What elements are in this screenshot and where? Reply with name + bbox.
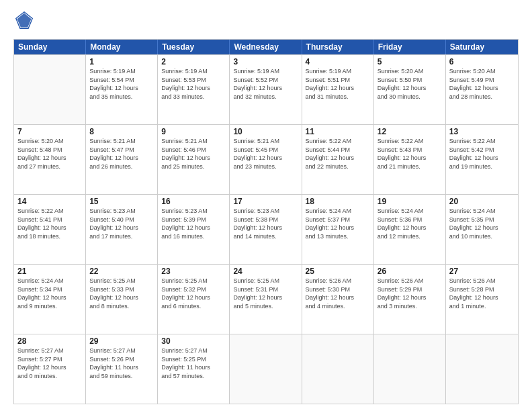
calendar-body: 1Sunrise: 5:19 AMSunset: 5:54 PMDaylight… — [14, 54, 518, 404]
svg-marker-0 — [17, 13, 32, 28]
calendar-cell-3-4: 25Sunrise: 5:26 AMSunset: 5:30 PMDayligh… — [302, 265, 374, 334]
calendar-header: SundayMondayTuesdayWednesdayThursdayFrid… — [14, 40, 518, 54]
calendar-cell-2-5: 19Sunrise: 5:24 AMSunset: 5:36 PMDayligh… — [374, 195, 446, 264]
day-number: 7 — [17, 127, 82, 136]
day-info: Sunrise: 5:27 AMSunset: 5:27 PMDaylight:… — [17, 347, 82, 380]
calendar-cell-0-0 — [14, 55, 86, 124]
calendar-cell-0-5: 5Sunrise: 5:20 AMSunset: 5:50 PMDaylight… — [374, 55, 446, 124]
calendar-cell-3-5: 26Sunrise: 5:26 AMSunset: 5:29 PMDayligh… — [374, 265, 446, 334]
logo — [13, 11, 36, 32]
calendar-cell-4-4 — [302, 334, 374, 404]
weekday-header-tuesday: Tuesday — [158, 40, 230, 54]
calendar-cell-2-3: 17Sunrise: 5:23 AMSunset: 5:38 PMDayligh… — [230, 195, 302, 264]
day-info: Sunrise: 5:24 AMSunset: 5:37 PMDaylight:… — [306, 207, 370, 240]
day-info: Sunrise: 5:26 AMSunset: 5:29 PMDaylight:… — [378, 277, 442, 310]
day-info: Sunrise: 5:24 AMSunset: 5:34 PMDaylight:… — [17, 277, 82, 310]
calendar-cell-1-2: 9Sunrise: 5:21 AMSunset: 5:46 PMDaylight… — [158, 125, 230, 194]
day-info: Sunrise: 5:23 AMSunset: 5:39 PMDaylight:… — [161, 207, 226, 240]
day-number: 15 — [89, 197, 154, 206]
calendar-cell-3-3: 24Sunrise: 5:25 AMSunset: 5:31 PMDayligh… — [230, 265, 302, 334]
day-number: 21 — [17, 267, 82, 276]
calendar-row-0: 1Sunrise: 5:19 AMSunset: 5:54 PMDaylight… — [14, 54, 518, 124]
day-number: 14 — [17, 197, 82, 206]
day-info: Sunrise: 5:20 AMSunset: 5:49 PMDaylight:… — [449, 67, 515, 101]
calendar-row-2: 14Sunrise: 5:22 AMSunset: 5:41 PMDayligh… — [14, 194, 518, 264]
day-number: 5 — [378, 57, 442, 66]
day-number: 26 — [378, 267, 442, 276]
day-number: 29 — [89, 336, 154, 346]
day-number: 9 — [161, 127, 226, 136]
calendar-cell-2-0: 14Sunrise: 5:22 AMSunset: 5:41 PMDayligh… — [14, 195, 86, 264]
header — [13, 11, 519, 32]
weekday-header-monday: Monday — [86, 40, 158, 54]
day-info: Sunrise: 5:24 AMSunset: 5:35 PMDaylight:… — [449, 207, 515, 240]
day-info: Sunrise: 5:21 AMSunset: 5:45 PMDaylight:… — [233, 137, 298, 171]
calendar-cell-0-6: 6Sunrise: 5:20 AMSunset: 5:49 PMDaylight… — [446, 55, 518, 124]
day-info: Sunrise: 5:24 AMSunset: 5:36 PMDaylight:… — [378, 207, 442, 240]
day-number: 23 — [161, 267, 226, 276]
day-info: Sunrise: 5:27 AMSunset: 5:26 PMDaylight:… — [89, 347, 154, 380]
calendar-cell-1-3: 10Sunrise: 5:21 AMSunset: 5:45 PMDayligh… — [230, 125, 302, 194]
day-number: 13 — [449, 127, 515, 136]
logo-icon — [15, 11, 34, 30]
day-number: 30 — [161, 336, 226, 346]
day-number: 3 — [233, 57, 298, 66]
day-number: 27 — [449, 267, 515, 276]
calendar-cell-4-6 — [446, 334, 518, 404]
calendar-cell-1-5: 12Sunrise: 5:22 AMSunset: 5:43 PMDayligh… — [374, 125, 446, 194]
day-number: 24 — [233, 267, 298, 276]
calendar: SundayMondayTuesdayWednesdayThursdayFrid… — [13, 39, 519, 404]
day-number: 6 — [449, 57, 515, 66]
day-info: Sunrise: 5:22 AMSunset: 5:44 PMDaylight:… — [306, 137, 370, 171]
day-info: Sunrise: 5:25 AMSunset: 5:33 PMDaylight:… — [89, 277, 154, 310]
calendar-cell-1-1: 8Sunrise: 5:21 AMSunset: 5:47 PMDaylight… — [86, 125, 158, 194]
calendar-cell-4-2: 30Sunrise: 5:27 AMSunset: 5:25 PMDayligh… — [158, 334, 230, 404]
calendar-cell-2-1: 15Sunrise: 5:23 AMSunset: 5:40 PMDayligh… — [86, 195, 158, 264]
weekday-header-friday: Friday — [374, 40, 446, 54]
calendar-cell-3-2: 23Sunrise: 5:25 AMSunset: 5:32 PMDayligh… — [158, 265, 230, 334]
day-info: Sunrise: 5:23 AMSunset: 5:40 PMDaylight:… — [89, 207, 154, 240]
calendar-cell-0-1: 1Sunrise: 5:19 AMSunset: 5:54 PMDaylight… — [86, 55, 158, 124]
day-info: Sunrise: 5:26 AMSunset: 5:30 PMDaylight:… — [306, 277, 370, 310]
calendar-cell-4-5 — [374, 334, 446, 404]
day-info: Sunrise: 5:21 AMSunset: 5:46 PMDaylight:… — [161, 137, 226, 171]
day-number: 2 — [161, 57, 226, 66]
day-info: Sunrise: 5:27 AMSunset: 5:25 PMDaylight:… — [161, 347, 226, 380]
calendar-cell-3-1: 22Sunrise: 5:25 AMSunset: 5:33 PMDayligh… — [86, 265, 158, 334]
day-number: 11 — [306, 127, 370, 136]
day-info: Sunrise: 5:21 AMSunset: 5:47 PMDaylight:… — [89, 137, 154, 171]
weekday-header-sunday: Sunday — [14, 40, 86, 54]
day-number: 17 — [233, 197, 298, 206]
calendar-row-4: 28Sunrise: 5:27 AMSunset: 5:27 PMDayligh… — [14, 334, 518, 404]
day-info: Sunrise: 5:23 AMSunset: 5:38 PMDaylight:… — [233, 207, 298, 240]
calendar-cell-2-6: 20Sunrise: 5:24 AMSunset: 5:35 PMDayligh… — [446, 195, 518, 264]
calendar-cell-0-2: 2Sunrise: 5:19 AMSunset: 5:53 PMDaylight… — [158, 55, 230, 124]
day-number: 28 — [17, 336, 82, 346]
day-number: 19 — [378, 197, 442, 206]
calendar-cell-0-3: 3Sunrise: 5:19 AMSunset: 5:52 PMDaylight… — [230, 55, 302, 124]
day-number: 1 — [89, 57, 154, 66]
calendar-row-3: 21Sunrise: 5:24 AMSunset: 5:34 PMDayligh… — [14, 264, 518, 334]
day-info: Sunrise: 5:26 AMSunset: 5:28 PMDaylight:… — [449, 277, 515, 310]
day-number: 22 — [89, 267, 154, 276]
calendar-cell-4-0: 28Sunrise: 5:27 AMSunset: 5:27 PMDayligh… — [14, 334, 86, 404]
day-info: Sunrise: 5:20 AMSunset: 5:50 PMDaylight:… — [378, 67, 442, 101]
weekday-header-saturday: Saturday — [446, 40, 518, 54]
calendar-cell-3-6: 27Sunrise: 5:26 AMSunset: 5:28 PMDayligh… — [446, 265, 518, 334]
calendar-cell-1-4: 11Sunrise: 5:22 AMSunset: 5:44 PMDayligh… — [302, 125, 374, 194]
day-number: 25 — [306, 267, 370, 276]
calendar-cell-2-2: 16Sunrise: 5:23 AMSunset: 5:39 PMDayligh… — [158, 195, 230, 264]
calendar-cell-0-4: 4Sunrise: 5:19 AMSunset: 5:51 PMDaylight… — [302, 55, 374, 124]
day-info: Sunrise: 5:19 AMSunset: 5:53 PMDaylight:… — [161, 67, 226, 101]
calendar-cell-2-4: 18Sunrise: 5:24 AMSunset: 5:37 PMDayligh… — [302, 195, 374, 264]
day-info: Sunrise: 5:19 AMSunset: 5:52 PMDaylight:… — [233, 67, 298, 101]
calendar-row-1: 7Sunrise: 5:20 AMSunset: 5:48 PMDaylight… — [14, 124, 518, 194]
day-info: Sunrise: 5:19 AMSunset: 5:51 PMDaylight:… — [306, 67, 370, 101]
day-info: Sunrise: 5:25 AMSunset: 5:31 PMDaylight:… — [233, 277, 298, 310]
day-info: Sunrise: 5:19 AMSunset: 5:54 PMDaylight:… — [89, 67, 154, 101]
day-number: 16 — [161, 197, 226, 206]
weekday-header-wednesday: Wednesday — [230, 40, 302, 54]
calendar-cell-1-6: 13Sunrise: 5:22 AMSunset: 5:42 PMDayligh… — [446, 125, 518, 194]
day-info: Sunrise: 5:22 AMSunset: 5:41 PMDaylight:… — [17, 207, 82, 240]
day-number: 20 — [449, 197, 515, 206]
